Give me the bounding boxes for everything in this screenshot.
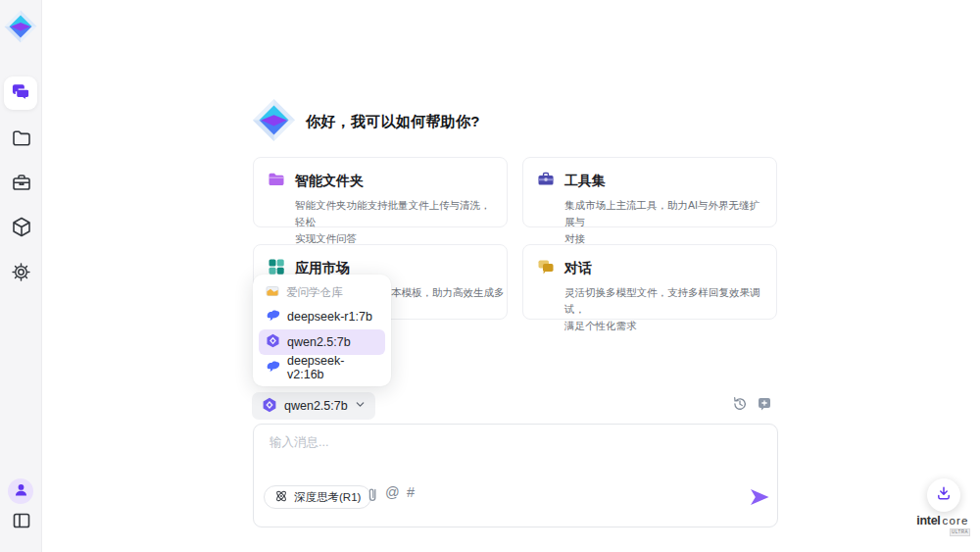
card-conversation[interactable]: 对话 灵活切换多模型文件，支持多样回复效果调试， 满足个性化需求 xyxy=(522,244,777,320)
model-dropdown: 爱问学仓库 deepseek-r1:7b qwen2.5:7b xyxy=(253,275,391,386)
folder-icon xyxy=(12,128,31,152)
gear-icon xyxy=(11,262,31,286)
sidebar-item-models[interactable] xyxy=(11,217,31,237)
atom-icon xyxy=(274,489,288,505)
ultra-badge: ULTRA xyxy=(950,528,970,536)
topic-button[interactable]: # xyxy=(407,484,415,500)
card-smart-folder[interactable]: 智能文件夹 智能文件夹功能支持批量文件上传与清洗，轻松 实现文件问答 xyxy=(253,157,508,227)
intel-logo-text: intel xyxy=(916,514,940,527)
mention-button[interactable]: @ xyxy=(385,484,400,500)
gold-chat-icon xyxy=(537,258,555,279)
qwen-icon xyxy=(266,333,280,351)
card-title: 智能文件夹 xyxy=(295,173,364,190)
greeting: 你好，我可以如何帮助你? xyxy=(251,98,480,145)
user-avatar[interactable] xyxy=(8,478,33,504)
purple-folder-icon xyxy=(268,171,285,192)
history-clock-icon xyxy=(732,396,748,416)
history-button[interactable] xyxy=(732,396,748,412)
model-dropdown-header: 爱问学仓库 xyxy=(259,280,385,304)
deepseek-icon xyxy=(266,309,280,325)
panel-layout-icon xyxy=(12,511,31,534)
model-option-label: deepseek-v2:16b xyxy=(287,354,378,381)
core-logo-text: core xyxy=(943,515,969,527)
card-desc: 集成市场上主流工具，助力AI与外界无缝扩展与 对接 xyxy=(564,197,764,246)
paperclip-icon xyxy=(366,490,379,507)
card-desc: 智能文件夹功能支持批量文件上传与清洗，轻松 实现文件问答 xyxy=(295,197,495,246)
sidebar-item-toolbox[interactable] xyxy=(11,173,31,193)
deep-think-button[interactable]: 深度思考(R1) xyxy=(264,485,371,509)
model-option-deepseek-v2[interactable]: deepseek-v2:16b xyxy=(259,355,385,380)
card-title: 工具集 xyxy=(564,173,606,190)
model-option-qwen[interactable]: qwen2.5:7b xyxy=(259,329,385,355)
send-arrow-icon xyxy=(749,494,770,511)
send-button[interactable] xyxy=(749,486,770,508)
sidebar-item-folders[interactable] xyxy=(11,128,31,149)
composer: 深度思考(R1) @ # xyxy=(253,424,778,527)
message-input[interactable] xyxy=(268,434,699,450)
sidebar xyxy=(0,0,42,552)
model-option-deepseek-r1[interactable]: deepseek-r1:7b xyxy=(259,304,385,329)
chat-plus-icon xyxy=(757,396,772,416)
greeting-logo-icon xyxy=(251,97,297,147)
card-desc: 灵活切换多模型文件，支持多样回复效果调试， 满足个性化需求 xyxy=(564,284,764,333)
new-chat-button[interactable] xyxy=(757,396,772,412)
model-selector-button[interactable]: qwen2.5:7b xyxy=(252,392,375,420)
repo-label: 爱问学仓库 xyxy=(286,285,343,300)
chat-bubbles-icon xyxy=(11,81,31,106)
download-icon xyxy=(936,485,952,505)
repo-icon xyxy=(266,285,279,299)
app-logo-icon[interactable] xyxy=(3,9,38,44)
download-button[interactable] xyxy=(927,478,960,512)
collapse-sidebar-button[interactable] xyxy=(11,511,31,531)
chevron-down-icon xyxy=(355,399,366,413)
card-toolset[interactable]: 工具集 集成市场上主流工具，助力AI与外界无缝扩展与 对接 xyxy=(522,157,777,227)
card-title: 对话 xyxy=(564,260,592,277)
toolbox-icon xyxy=(537,171,555,192)
briefcase-icon xyxy=(12,173,31,196)
deepseek-icon xyxy=(266,360,280,376)
greeting-title: 你好，我可以如何帮助你? xyxy=(306,113,480,131)
sidebar-item-chat[interactable] xyxy=(4,76,37,110)
intel-core-badge: intel core ULTRA xyxy=(911,514,974,536)
attach-file-button[interactable] xyxy=(365,486,380,506)
sidebar-item-settings[interactable] xyxy=(11,262,31,282)
qwen-icon xyxy=(262,397,277,416)
person-icon xyxy=(13,481,29,502)
cube-icon xyxy=(12,217,31,241)
model-selector-value: qwen2.5:7b xyxy=(284,399,348,413)
model-option-label: deepseek-r1:7b xyxy=(287,310,372,324)
app-window: 你好，我可以如何帮助你? 智能文件夹 智能文件夹功能支持批量文件上传与清洗，轻松… xyxy=(0,0,980,552)
deep-think-label: 深度思考(R1) xyxy=(294,490,361,505)
model-option-label: qwen2.5:7b xyxy=(287,335,351,349)
